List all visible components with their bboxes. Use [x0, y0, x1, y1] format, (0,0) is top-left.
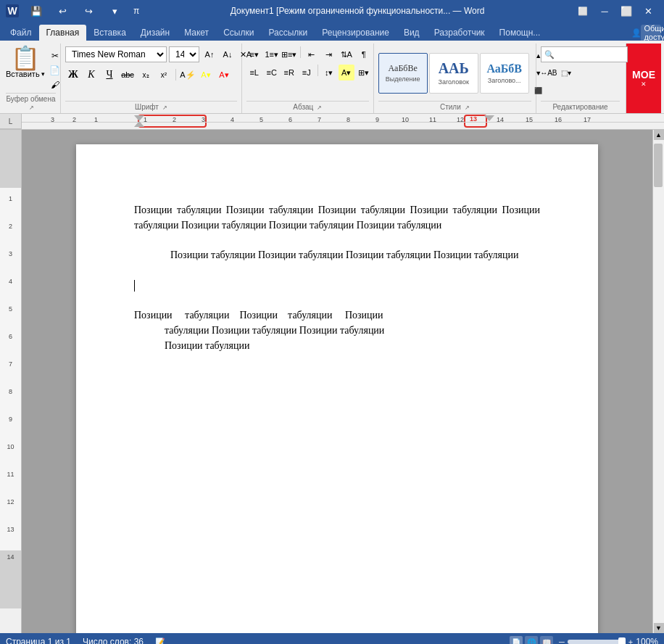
ribbon-collapse-btn[interactable]: ⬜ [573, 3, 593, 19]
zoom-in-btn[interactable]: + [628, 637, 633, 644]
zoom-thumb[interactable] [618, 637, 626, 644]
replace-btn[interactable]: ↔AB [541, 65, 557, 80]
paste-dropdown-icon[interactable]: ▾ [41, 70, 45, 78]
style-heading1[interactable]: ААЬ Заголовок [429, 53, 478, 94]
font-size-select[interactable]: 14 [169, 46, 199, 62]
zoom-out-btn[interactable]: ─ [559, 637, 565, 644]
numbering-button[interactable]: 1≡▾ [264, 46, 280, 62]
ruler-mark-9: 9 [375, 116, 379, 123]
v-mark-11: 11 [7, 471, 14, 478]
increase-indent-btn[interactable]: ⇥ [321, 46, 337, 62]
zoom-slider[interactable] [568, 640, 626, 644]
tab-view[interactable]: Вид [397, 25, 427, 41]
close-btn[interactable]: ✕ [638, 3, 658, 19]
ruler-mark-2: 2 [173, 116, 176, 123]
quick-undo-btn[interactable]: ↩ [52, 3, 72, 19]
select-btn[interactable]: ⬚▾ [558, 65, 574, 80]
scrollbar-thumb[interactable] [654, 144, 663, 187]
tab-review[interactable]: Рецензирование [315, 25, 397, 41]
right-indent-marker[interactable] [484, 115, 494, 121]
customize-qat-btn[interactable]: ▾ [104, 3, 125, 19]
copy-button[interactable]: 📄 [47, 64, 63, 77]
scrollbar-down-btn[interactable]: ▼ [654, 623, 664, 633]
justify-btn[interactable]: ≡J [299, 65, 315, 80]
paragraph-2[interactable]: Позиции табуляции Позиции табуляции Пози… [134, 247, 540, 263]
share-btn[interactable]: 👤 Общий доступ [641, 25, 661, 41]
style-heading2[interactable]: АаБбВ Заголово... [480, 53, 529, 94]
style-normal[interactable]: АаБбВе Выделение [378, 53, 428, 94]
align-left-btn[interactable]: ≡L [246, 65, 262, 80]
restore-btn[interactable]: ⬜ [616, 3, 636, 19]
multilevel-list-button[interactable]: ⊞≡▾ [281, 46, 297, 62]
strikethrough-button[interactable]: abc [120, 67, 136, 83]
tab-layout[interactable]: Макет [177, 25, 216, 41]
share-icon: 👤 [631, 28, 642, 38]
align-right-btn[interactable]: ≡R [281, 65, 297, 80]
tab-mailings[interactable]: Рассылки [261, 25, 315, 41]
decrease-font-btn[interactable]: A↓ [220, 46, 236, 62]
minimize-btn[interactable]: ─ [594, 3, 615, 19]
moe-button[interactable]: МОЕ ✕ [626, 44, 661, 113]
search-box[interactable]: 🔍 [541, 46, 628, 62]
tab-file[interactable]: Файл [3, 25, 39, 41]
tab-references[interactable]: Ссылки [216, 25, 261, 41]
text-highlight-btn[interactable]: A▾ [198, 67, 214, 83]
superscript-button[interactable]: x² [156, 67, 172, 83]
bold-button[interactable]: Ж [65, 67, 81, 83]
borders-btn[interactable]: ⊞▾ [356, 65, 372, 80]
paragraph-expand-icon[interactable]: ↗ [317, 104, 322, 111]
bullets-button[interactable]: ≡▾ [246, 46, 262, 62]
paragraph-1[interactable]: Позиции табуляции Позиции табуляции Пози… [134, 202, 540, 233]
tab-home[interactable]: Главная [39, 25, 87, 41]
status-right: 📄 🌐 📖 ─ + 100% [510, 636, 658, 644]
web-layout-btn[interactable]: 🌐 [525, 636, 538, 644]
cut-button[interactable]: ✂ [47, 49, 63, 62]
word-icon: W [6, 4, 19, 17]
moe-label: МОЕ [632, 69, 655, 80]
read-mode-btn[interactable]: 📖 [540, 636, 553, 644]
first-line-indent-marker[interactable] [134, 115, 144, 121]
show-marks-btn[interactable]: ¶ [356, 46, 372, 62]
v-mark-13: 13 [7, 526, 14, 533]
clipboard-expand-icon[interactable]: ↗ [29, 104, 34, 111]
ruler-corner[interactable]: L [0, 114, 22, 129]
subscript-button[interactable]: x₂ [138, 67, 154, 83]
underline-button[interactable]: Ч [101, 67, 117, 83]
zoom-level[interactable]: 100% [636, 637, 658, 644]
styles-expand-icon[interactable]: ↗ [465, 104, 470, 111]
text-effects-btn[interactable]: A⚡ [180, 67, 196, 83]
ruler-marks-container: 3 2 1 1 2 3 4 5 6 7 8 9 10 11 12 13 14 1… [22, 114, 664, 129]
paragraph-4[interactable]: Позиции табуляции Позиции табуляции Пози… [134, 307, 540, 353]
horizontal-ruler[interactable]: 3 2 1 1 2 3 4 5 6 7 8 9 10 11 12 13 14 1… [22, 114, 664, 129]
tab-help[interactable]: Помощн... [492, 25, 548, 41]
tab-design[interactable]: Дизайн [133, 25, 177, 41]
sort-btn[interactable]: ⇅A [339, 46, 354, 62]
ruler-mark-minus1: 1 [94, 116, 98, 123]
proofing-icon[interactable]: 📝 [155, 637, 165, 645]
italic-button[interactable]: К [83, 67, 99, 83]
increase-font-btn[interactable]: A↑ [202, 46, 217, 62]
doc-scroll-area[interactable]: Позиции табуляции Позиции табуляции Пози… [22, 130, 652, 633]
vertical-scrollbar[interactable]: ▲ ▼ [652, 130, 664, 633]
quick-redo-btn[interactable]: ↪ [78, 3, 99, 19]
font-expand-icon[interactable]: ↗ [162, 104, 167, 111]
paste-button[interactable]: 📋 Вставить ▾ [6, 46, 45, 78]
clipboard-group-content: 📋 Вставить ▾ ✂ 📄 🖌 [6, 44, 63, 93]
tab-developer[interactable]: Разработчик [427, 25, 492, 41]
decrease-indent-btn[interactable]: ⇤ [304, 46, 320, 62]
print-layout-btn[interactable]: 📄 [510, 636, 523, 644]
ruler-mark-16: 16 [555, 116, 562, 123]
font-family-select[interactable]: Times New Roman [65, 46, 167, 62]
vert-ruler-margin-top [0, 130, 21, 188]
format-painter-button[interactable]: 🖌 [47, 78, 63, 91]
scrollbar-up-btn[interactable]: ▲ [654, 130, 664, 140]
line-spacing-btn[interactable]: ↕▾ [321, 65, 337, 80]
font-group-label: Шрифт ↗ [65, 101, 237, 113]
align-center-btn[interactable]: ≡C [264, 65, 280, 80]
tab-insert[interactable]: Вставка [86, 25, 133, 41]
font-color-btn[interactable]: A▾ [216, 67, 232, 83]
shading-btn[interactable]: A▾ [339, 65, 354, 80]
search-icon: 🔍 [544, 50, 555, 59]
paragraph-3-cursor[interactable] [134, 277, 540, 293]
quick-save-btn[interactable]: 💾 [26, 3, 46, 19]
